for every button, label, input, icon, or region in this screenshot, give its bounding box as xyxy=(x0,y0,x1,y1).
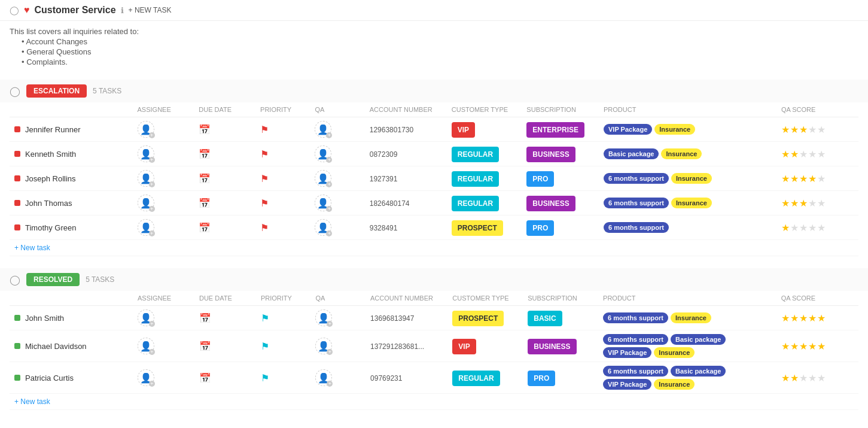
product-tag[interactable]: VIP Package xyxy=(603,379,651,390)
task-name[interactable]: John Thomas xyxy=(25,199,72,208)
qa-score-stars[interactable]: ★★★★★ xyxy=(781,372,854,384)
star-full-icon[interactable]: ★ xyxy=(808,341,817,352)
star-full-icon[interactable]: ★ xyxy=(790,341,799,352)
star-empty-icon[interactable]: ★ xyxy=(808,222,817,233)
star-full-icon[interactable]: ★ xyxy=(781,198,790,209)
star-full-icon[interactable]: ★ xyxy=(781,222,790,233)
product-tag[interactable]: 6 months support xyxy=(603,312,668,323)
task-name[interactable]: John Smith xyxy=(25,314,64,323)
star-empty-icon[interactable]: ★ xyxy=(817,173,826,184)
qa-score-stars[interactable]: ★★★★★ xyxy=(781,148,854,160)
due-date-icon[interactable]: 📅 xyxy=(199,372,211,384)
star-empty-icon[interactable]: ★ xyxy=(817,198,826,209)
star-empty-icon[interactable]: ★ xyxy=(808,124,817,135)
qa-avatar[interactable]: 👤+ xyxy=(315,219,331,236)
group-toggle-escalation[interactable]: ◯ xyxy=(10,86,20,97)
star-full-icon[interactable]: ★ xyxy=(790,312,799,324)
priority-flag[interactable]: ⚑ xyxy=(260,148,269,160)
star-empty-icon[interactable]: ★ xyxy=(817,372,826,384)
priority-flag[interactable]: ⚑ xyxy=(260,173,269,184)
qa-score-stars[interactable]: ★★★★★ xyxy=(781,341,854,352)
product-tag[interactable]: Basic package xyxy=(671,366,726,377)
star-full-icon[interactable]: ★ xyxy=(799,173,808,184)
assignee-avatar[interactable]: 👤+ xyxy=(138,195,154,211)
task-name[interactable]: Michael Davidson xyxy=(25,342,87,351)
star-empty-icon[interactable]: ★ xyxy=(799,222,808,233)
new-task-label[interactable]: + New task xyxy=(10,240,858,256)
star-empty-icon[interactable]: ★ xyxy=(808,372,817,384)
due-date-icon[interactable]: 📅 xyxy=(199,173,211,184)
product-tag[interactable]: 6 months support xyxy=(604,198,669,208)
star-empty-icon[interactable]: ★ xyxy=(799,148,808,160)
product-tag[interactable]: Insurance xyxy=(671,312,711,323)
qa-avatar[interactable]: 👤+ xyxy=(315,195,331,211)
star-empty-icon[interactable]: ★ xyxy=(808,148,817,160)
qa-avatar[interactable]: 👤+ xyxy=(315,369,332,386)
qa-avatar[interactable]: 👤+ xyxy=(315,309,332,326)
star-full-icon[interactable]: ★ xyxy=(817,341,826,352)
star-empty-icon[interactable]: ★ xyxy=(790,222,799,233)
star-full-icon[interactable]: ★ xyxy=(781,341,790,352)
product-tag[interactable]: 6 months support xyxy=(604,173,669,184)
assignee-avatar[interactable]: 👤+ xyxy=(138,338,154,354)
assignee-avatar[interactable]: 👤+ xyxy=(138,170,154,187)
priority-flag[interactable]: ⚑ xyxy=(260,124,269,135)
new-task-label[interactable]: + New task xyxy=(10,394,858,410)
assignee-avatar[interactable]: 👤+ xyxy=(138,121,154,138)
star-full-icon[interactable]: ★ xyxy=(790,148,799,160)
priority-flag[interactable]: ⚑ xyxy=(260,222,269,233)
assignee-avatar[interactable]: 👤+ xyxy=(138,309,154,326)
product-tag[interactable]: Insurance xyxy=(671,173,712,184)
star-empty-icon[interactable]: ★ xyxy=(817,148,826,160)
star-full-icon[interactable]: ★ xyxy=(781,312,790,324)
task-name[interactable]: Patricia Curtis xyxy=(25,374,74,383)
product-tag[interactable]: Insurance xyxy=(654,379,695,390)
qa-score-stars[interactable]: ★★★★★ xyxy=(781,124,854,135)
back-icon[interactable]: ◯ xyxy=(10,5,19,15)
priority-flag[interactable]: ⚑ xyxy=(261,312,269,324)
qa-score-stars[interactable]: ★★★★★ xyxy=(781,173,854,184)
task-name[interactable]: Jennifer Runner xyxy=(25,125,81,134)
priority-flag[interactable]: ⚑ xyxy=(261,372,269,384)
star-full-icon[interactable]: ★ xyxy=(781,148,790,160)
star-full-icon[interactable]: ★ xyxy=(808,312,817,324)
assignee-avatar[interactable]: 👤+ xyxy=(138,145,154,162)
star-full-icon[interactable]: ★ xyxy=(799,198,808,209)
priority-flag[interactable]: ⚑ xyxy=(260,198,269,209)
product-tag[interactable]: 6 months support xyxy=(603,334,668,345)
due-date-icon[interactable]: 📅 xyxy=(199,124,211,135)
due-date-icon[interactable]: 📅 xyxy=(199,222,211,233)
product-tag[interactable]: Insurance xyxy=(661,148,702,159)
qa-avatar[interactable]: 👤+ xyxy=(315,170,331,187)
new-task-row[interactable]: + New task xyxy=(10,240,858,256)
product-tag[interactable]: Insurance xyxy=(654,124,695,135)
star-full-icon[interactable]: ★ xyxy=(790,198,799,209)
star-full-icon[interactable]: ★ xyxy=(808,173,817,184)
star-full-icon[interactable]: ★ xyxy=(781,124,790,135)
task-name[interactable]: Timothy Green xyxy=(25,223,77,232)
star-empty-icon[interactable]: ★ xyxy=(817,124,826,135)
qa-score-stars[interactable]: ★★★★★ xyxy=(781,222,854,233)
due-date-icon[interactable]: 📅 xyxy=(199,341,211,352)
info-icon[interactable]: ℹ xyxy=(121,6,124,15)
product-tag[interactable]: 6 months support xyxy=(604,222,669,233)
group-toggle-resolved[interactable]: ◯ xyxy=(10,274,20,286)
star-full-icon[interactable]: ★ xyxy=(799,312,808,324)
product-tag[interactable]: Insurance xyxy=(654,347,695,358)
qa-avatar[interactable]: 👤+ xyxy=(315,338,332,354)
product-tag[interactable]: VIP Package xyxy=(603,347,651,358)
star-full-icon[interactable]: ★ xyxy=(781,173,790,184)
qa-score-stars[interactable]: ★★★★★ xyxy=(781,312,854,324)
product-tag[interactable]: Insurance xyxy=(671,198,712,208)
star-empty-icon[interactable]: ★ xyxy=(817,222,826,233)
star-full-icon[interactable]: ★ xyxy=(799,124,808,135)
star-empty-icon[interactable]: ★ xyxy=(808,198,817,209)
task-name[interactable]: Kenneth Smith xyxy=(25,150,76,159)
priority-flag[interactable]: ⚑ xyxy=(261,341,269,352)
due-date-icon[interactable]: 📅 xyxy=(199,312,211,324)
task-name[interactable]: Joseph Rollins xyxy=(25,174,76,183)
qa-avatar[interactable]: 👤+ xyxy=(315,145,331,162)
star-full-icon[interactable]: ★ xyxy=(781,372,790,384)
due-date-icon[interactable]: 📅 xyxy=(199,198,211,209)
new-task-button[interactable]: + NEW TASK xyxy=(129,6,172,14)
